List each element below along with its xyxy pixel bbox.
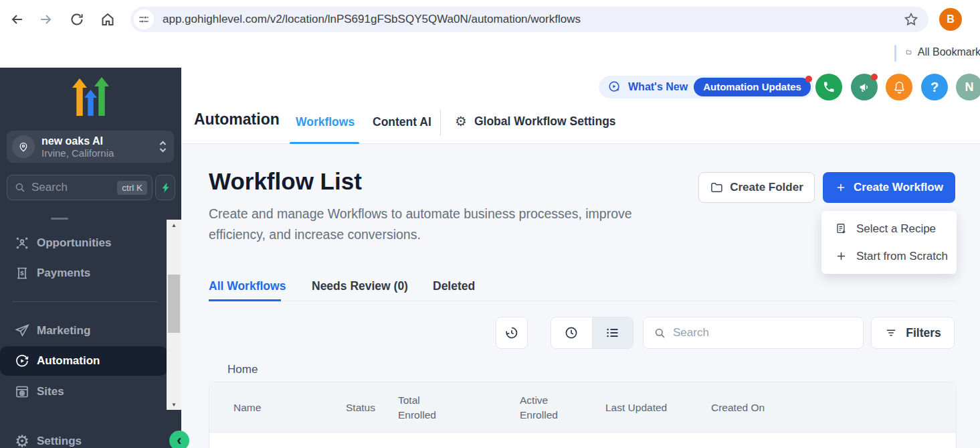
column-header-status: Status [346,382,375,433]
automation-icon [13,352,31,370]
shortcut-badge: ctrl K [117,181,147,195]
account-switcher[interactable]: new oaks AI Irvine, California [7,131,174,163]
scroll-up-icon[interactable]: ▲ [167,220,181,230]
sidebar-item-marketing[interactable]: Marketing [0,316,167,346]
announcements-button[interactable] [851,74,878,100]
workflow-search-input[interactable] [673,326,840,340]
account-location: Irvine, California [41,147,159,159]
gear-icon: ⚙ [455,113,467,130]
browser-profile-avatar[interactable]: B [939,8,962,31]
create-workflow-menu: Select a Recipe Start from Scratch [821,211,957,274]
account-name: new oaks AI [41,135,159,147]
active-tab-underline [209,299,281,301]
tab-content-ai[interactable]: Content AI [373,115,431,129]
sidebar-item-payments[interactable]: $ Payments [0,258,167,288]
sidebar-item-label: Payments [37,267,90,280]
menu-item-label: Start from Scratch [856,250,948,263]
all-bookmarks-label: All Bookmarks [918,46,980,58]
sidebar-item-label: Settings [37,435,82,448]
chevron-up-down-icon [159,140,167,153]
automation-updates-button[interactable]: Automation Updates [694,78,811,96]
list-icon [605,325,621,341]
column-header-last-updated: Last Updated [605,382,667,433]
search-icon [654,327,666,340]
gear-icon: ⚙ [13,433,31,448]
back-icon[interactable] [9,11,25,27]
bookmarks-bar: All Bookmarks [0,39,980,68]
tab-deleted[interactable]: Deleted [433,279,475,293]
sidebar-item-automation[interactable]: Automation [0,346,167,376]
sidebar-item-sites[interactable]: Sites [0,377,167,406]
create-folder-label: Create Folder [730,181,803,194]
sidebar-divider [12,301,157,302]
page-header: Automation Workflows Content AI ⚙ Global… [181,68,980,144]
site-settings-icon[interactable] [134,9,154,29]
sidebar-item-opportunities[interactable]: Opportunities [0,228,167,258]
create-workflow-label: Create Workflow [854,181,943,194]
filter-icon [884,326,898,340]
whats-new-link[interactable]: What's New [628,81,688,93]
whats-new-cluster: What's New Automation Updates [599,76,813,98]
browser-toolbar: app.gohighlevel.com/v2/location/lnPS691g… [0,0,980,39]
user-avatar[interactable]: N [956,74,980,100]
breadcrumb[interactable]: Home [227,363,258,376]
global-workflow-settings-label: Global Workflow Settings [474,115,616,129]
column-header-created-on: Created On [711,382,765,433]
create-workflow-button[interactable]: Create Workflow [823,172,955,203]
workflow-table: Name Status Total Enrolled Active Enroll… [209,382,957,448]
plus-icon [835,250,848,263]
filters-button[interactable]: Filters [871,317,955,349]
plus-icon [835,181,847,194]
sidebar-item-label: Automation [37,354,100,368]
phone-button[interactable] [815,74,842,100]
notifications-button[interactable] [886,74,912,100]
tab-needs-review[interactable]: Needs Review (0) [312,279,408,293]
sidebar-collapse-button[interactable]: ‹ [169,431,189,448]
section-title: Workflow List [209,168,362,195]
notification-dot [805,76,812,82]
quick-actions-button[interactable] [155,175,175,200]
view-toggle [551,317,633,349]
bookmark-star-icon[interactable] [903,11,919,27]
all-bookmarks[interactable]: All Bookmarks [906,46,980,59]
list-view-button[interactable] [592,317,633,348]
search-icon [14,181,26,194]
workflow-search[interactable] [643,317,864,349]
sidebar-scrollbar[interactable]: ▲ ▼ [167,220,181,410]
sidebar-search[interactable]: ctrl K [7,175,153,200]
sidebar-item-settings[interactable]: ⚙ Settings [0,427,167,448]
menu-item-start-from-scratch[interactable]: Start from Scratch [821,242,957,270]
menu-item-select-recipe[interactable]: Select a Recipe [821,215,957,242]
recipe-icon [835,222,848,235]
forward-icon[interactable] [37,11,54,27]
sidebar: new oaks AI Irvine, California ctrl K Op… [0,68,181,448]
scrollbar-thumb[interactable] [168,275,180,333]
address-bar[interactable]: app.gohighlevel.com/v2/location/lnPS691g… [130,7,928,32]
marketing-icon [13,322,31,340]
bell-icon [892,80,906,94]
table-header: Name Status Total Enrolled Active Enroll… [209,382,956,433]
create-folder-button[interactable]: Create Folder [698,172,815,203]
section-subtitle: Create and manage Workflows to automate … [209,204,677,245]
reload-icon[interactable] [69,11,85,27]
main-content: Automation Workflows Content AI ⚙ Global… [181,68,980,448]
filters-label: Filters [906,326,941,340]
recent-view-button[interactable] [551,317,592,348]
menu-item-label: Select a Recipe [856,222,936,236]
notification-dot [871,74,878,80]
home-icon[interactable] [100,11,116,27]
url-text[interactable]: app.gohighlevel.com/v2/location/lnPS691g… [163,13,903,26]
svg-text:$: $ [20,269,24,277]
header-divider [440,110,441,135]
tab-all-workflows[interactable]: All Workflows [209,279,286,293]
column-header-total-enrolled: Total Enrolled [398,382,453,433]
help-button[interactable]: ? [921,74,948,100]
sites-icon [13,383,31,400]
global-workflow-settings[interactable]: ⚙ Global Workflow Settings [455,113,616,130]
tab-workflows[interactable]: Workflows [296,115,355,129]
execution-logs-button[interactable] [496,317,528,349]
folder-icon [710,181,723,194]
scroll-down-icon[interactable]: ▼ [167,399,181,410]
sidebar-search-input[interactable] [31,181,98,194]
megaphone-icon [858,80,871,94]
